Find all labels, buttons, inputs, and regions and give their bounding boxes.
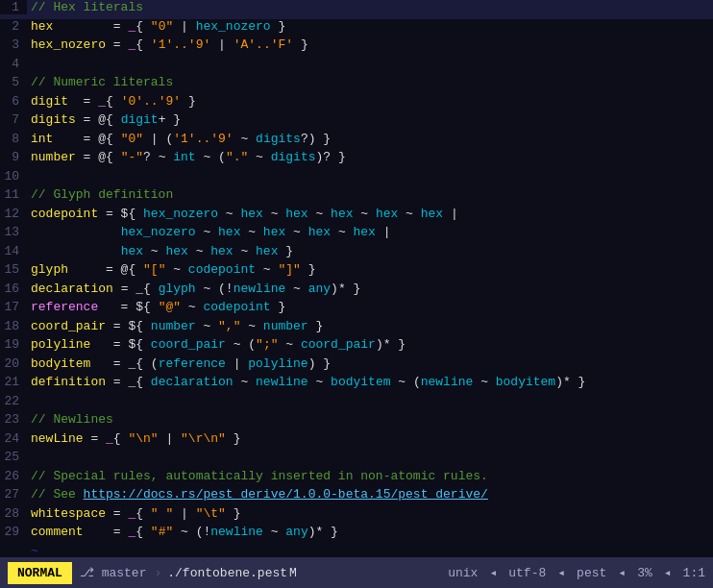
line-number: 6 xyxy=(0,94,27,109)
line-content: hex_nozero ~ hex ~ hex ~ hex ~ hex | xyxy=(27,225,713,239)
code-line-19: 19polyline = ${ coord_pair ~ (";" ~ coor… xyxy=(0,337,713,356)
tilde-line: ~ xyxy=(0,544,713,558)
sep4: ◂ xyxy=(618,565,626,580)
line-content: coord_pair = ${ number ~ "," ~ number } xyxy=(27,319,713,333)
code-line-20: 20bodyitem = _{ (reference | polyline) } xyxy=(0,356,713,376)
code-line-11: 11// Glyph definition xyxy=(0,187,713,207)
line-number: 8 xyxy=(0,132,27,146)
line-number: 19 xyxy=(0,337,27,352)
code-line-23: 23// Newlines xyxy=(0,412,713,431)
file-path: ./fontobene.pest xyxy=(167,566,287,580)
file-type: pest xyxy=(577,566,606,580)
code-line-21: 21definition = _{ declaration ~ newline … xyxy=(0,375,713,394)
code-editor: 1// Hex literals2hex = _{ "0" | hex_noze… xyxy=(0,0,713,557)
line-content: polyline = ${ coord_pair ~ (";" ~ coord_… xyxy=(27,337,713,352)
line-number: 17 xyxy=(0,300,27,314)
line-content: comment = _{ "#" ~ (!newline ~ any)* } xyxy=(27,525,713,539)
status-right: unix ◂ utf-8 ◂ pest ◂ 3% ◂ 1:1 xyxy=(448,565,705,580)
file-encoding: utf-8 xyxy=(508,566,546,580)
code-line-15: 15glyph = @{ "[" ~ codepoint ~ "]" } xyxy=(0,262,713,282)
line-content: digits = @{ digit+ } xyxy=(27,112,713,127)
code-line-28: 28whitespace = _{ " " | "\t" } xyxy=(0,506,713,526)
line-number: 14 xyxy=(0,244,27,258)
code-line-14: 14 hex ~ hex ~ hex ~ hex } xyxy=(0,244,713,263)
code-line-1: 1// Hex literals xyxy=(0,0,713,19)
code-line-17: 17reference = ${ "@" ~ codepoint } xyxy=(0,300,713,319)
line-number: 18 xyxy=(0,319,27,333)
line-number: 5 xyxy=(0,75,27,89)
line-number: 23 xyxy=(0,412,27,427)
line-content: // Special rules, automatically inserted… xyxy=(27,469,713,483)
code-line-22: 22 xyxy=(0,394,713,413)
line-content: number = @{ "-"? ~ int ~ ("." ~ digits)?… xyxy=(27,150,713,164)
sep3: ◂ xyxy=(557,565,565,580)
line-number: 9 xyxy=(0,150,27,164)
line-number: 22 xyxy=(0,394,27,408)
sep1: › xyxy=(154,566,161,580)
line-number: 13 xyxy=(0,225,27,239)
line-number: 28 xyxy=(0,506,27,521)
code-line-18: 18coord_pair = ${ number ~ "," ~ number … xyxy=(0,319,713,338)
line-content: digit = _{ '0'..'9' } xyxy=(27,94,713,109)
line-content: hex_nozero = _{ '1'..'9' | 'A'..'F' } xyxy=(27,37,713,52)
line-number: 11 xyxy=(0,187,27,202)
code-line-9: 9number = @{ "-"? ~ int ~ ("." ~ digits)… xyxy=(0,150,713,169)
line-number: 24 xyxy=(0,431,27,446)
line-number: 3 xyxy=(0,37,27,52)
line-number: 2 xyxy=(0,19,27,34)
line-content: codepoint = ${ hex_nozero ~ hex ~ hex ~ … xyxy=(27,207,713,221)
line-content: // See https://docs.rs/pest_derive/1.0.0… xyxy=(27,487,713,502)
line-number: 7 xyxy=(0,112,27,127)
line-number: 26 xyxy=(0,469,27,483)
line-content: // Glyph definition xyxy=(27,187,713,202)
line-number: 16 xyxy=(0,282,27,296)
line-content: // Hex literals xyxy=(27,0,713,14)
line-number: 10 xyxy=(0,169,27,184)
branch-icon: ⎇ xyxy=(80,566,102,580)
line-content: whitespace = _{ " " | "\t" } xyxy=(27,506,713,521)
line-number: 29 xyxy=(0,525,27,539)
code-line-3: 3hex_nozero = _{ '1'..'9' | 'A'..'F' } xyxy=(0,37,713,57)
line-content: int = @{ "0" | ('1'..'9' ~ digits?) } xyxy=(27,132,713,146)
code-line-13: 13 hex_nozero ~ hex ~ hex ~ hex ~ hex | xyxy=(0,225,713,244)
code-line-10: 10 xyxy=(0,169,713,188)
sep5: ◂ xyxy=(664,565,672,580)
git-branch: ⎇ master xyxy=(80,565,147,580)
line-content: bodyitem = _{ (reference | polyline) } xyxy=(27,356,713,371)
file-format: unix xyxy=(448,566,478,580)
modified-flag: M xyxy=(289,566,297,580)
code-line-26: 26// Special rules, automatically insert… xyxy=(0,469,713,488)
code-line-5: 5// Numeric literals xyxy=(0,75,713,94)
code-line-29: 29comment = _{ "#" ~ (!newline ~ any)* } xyxy=(0,525,713,544)
sep2: ◂ xyxy=(489,565,497,580)
code-line-27: 27// See https://docs.rs/pest_derive/1.0… xyxy=(0,487,713,506)
code-line-12: 12codepoint = ${ hex_nozero ~ hex ~ hex … xyxy=(0,207,713,226)
code-line-4: 4 xyxy=(0,57,713,76)
code-line-24: 24newLine = _{ "\n" | "\r\n" } xyxy=(0,431,713,451)
cursor-position: 1:1 xyxy=(683,566,705,580)
line-content: reference = ${ "@" ~ codepoint } xyxy=(27,300,713,314)
line-number: 20 xyxy=(0,356,27,371)
line-number: 27 xyxy=(0,487,27,502)
status-bar: NORMAL ⎇ master › ./fontobene.pest M uni… xyxy=(0,557,713,588)
line-content: // Newlines xyxy=(27,412,713,427)
line-number: 12 xyxy=(0,207,27,221)
line-number: 25 xyxy=(0,450,27,464)
line-number: 1 xyxy=(0,0,27,14)
line-content: glyph = @{ "[" ~ codepoint ~ "]" } xyxy=(27,262,713,277)
code-line-7: 7digits = @{ digit+ } xyxy=(0,112,713,132)
vim-mode: NORMAL xyxy=(8,562,72,584)
code-line-2: 2hex = _{ "0" | hex_nozero } xyxy=(0,19,713,38)
line-content: declaration = _{ glyph ~ (!newline ~ any… xyxy=(27,282,713,296)
code-line-8: 8int = @{ "0" | ('1'..'9' ~ digits?) } xyxy=(0,132,713,151)
line-number: 15 xyxy=(0,262,27,277)
code-line-16: 16declaration = _{ glyph ~ (!newline ~ a… xyxy=(0,282,713,301)
scroll-percent: 3% xyxy=(637,566,652,580)
line-number: 4 xyxy=(0,57,27,71)
line-content: definition = _{ declaration ~ newline ~ … xyxy=(27,375,713,389)
code-line-25: 25 xyxy=(0,450,713,469)
line-content: newLine = _{ "\n" | "\r\n" } xyxy=(27,431,713,446)
line-content: hex ~ hex ~ hex ~ hex } xyxy=(27,244,713,258)
line-number: 21 xyxy=(0,375,27,389)
line-content: // Numeric literals xyxy=(27,75,713,89)
